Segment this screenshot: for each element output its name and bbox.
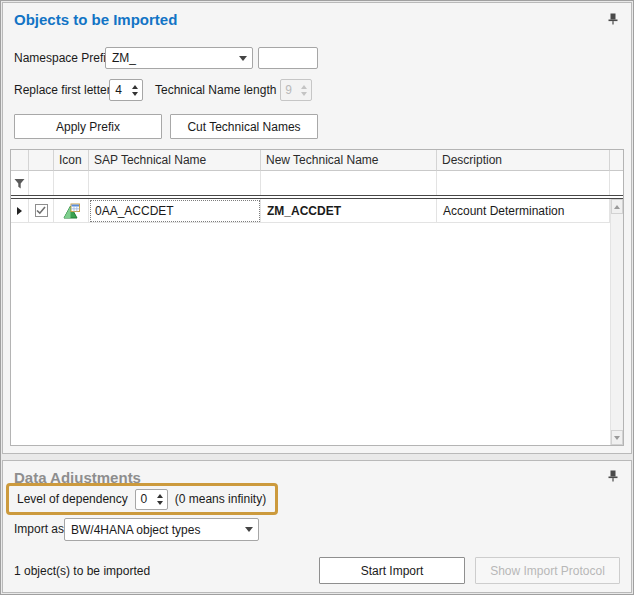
chevron-down-icon[interactable] bbox=[240, 527, 258, 532]
vertical-scrollbar[interactable] bbox=[610, 199, 623, 445]
grid-filter-row bbox=[11, 171, 623, 195]
cell-description[interactable]: Account Determination bbox=[437, 199, 610, 223]
scroll-up-button[interactable] bbox=[611, 199, 623, 214]
namespace-prefix-value: ZM_ bbox=[106, 51, 234, 65]
filter-cell[interactable] bbox=[54, 171, 89, 195]
level-of-dependency-label: Level of dependency bbox=[17, 492, 128, 506]
status-text: 1 object(s) to be imported bbox=[14, 564, 150, 578]
pin-icon[interactable] bbox=[608, 470, 618, 482]
column-header-sap-technical-name[interactable]: SAP Technical Name bbox=[89, 150, 261, 171]
cut-technical-names-button[interactable]: Cut Technical Names bbox=[170, 114, 318, 139]
column-header-checkbox[interactable] bbox=[29, 150, 54, 171]
row-indicator-icon bbox=[17, 207, 22, 215]
technical-name-length-spinner: 9 bbox=[280, 79, 312, 101]
level-of-dependency-highlight: Level of dependency 0 (0 means infinity) bbox=[6, 483, 278, 515]
namespace-suffix-input[interactable] bbox=[258, 47, 318, 69]
replace-first-letters-spinner[interactable]: 4 bbox=[109, 79, 143, 101]
column-header-description[interactable]: Description bbox=[437, 150, 610, 171]
column-header-spacer bbox=[610, 150, 623, 171]
check-icon bbox=[36, 206, 46, 215]
column-header-icon[interactable]: Icon bbox=[54, 150, 89, 171]
row-checkbox[interactable] bbox=[35, 204, 48, 217]
spin-down-icon bbox=[301, 92, 307, 96]
data-adjustments-panel: Data Adjustments Level of dependency 0 (… bbox=[2, 460, 632, 593]
objects-to-be-imported-panel: Objects to be Imported Namespace Prefix … bbox=[2, 2, 632, 454]
table-row[interactable]: 0AA_ACCDET ZM_ACCDET Account Determinati… bbox=[11, 199, 623, 223]
spin-up-icon[interactable] bbox=[132, 85, 138, 89]
spin-up-icon[interactable] bbox=[157, 494, 163, 498]
level-of-dependency-value: 0 bbox=[136, 490, 153, 509]
filter-cell[interactable] bbox=[89, 171, 261, 195]
cell-sap-technical-name[interactable]: 0AA_ACCDET bbox=[89, 199, 261, 223]
cell-new-technical-name[interactable]: ZM_ACCDET bbox=[261, 199, 437, 223]
chevron-down-icon[interactable] bbox=[234, 56, 252, 61]
bw-infoobject-icon bbox=[63, 203, 80, 219]
scroll-down-icon bbox=[614, 436, 620, 440]
apply-prefix-button[interactable]: Apply Prefix bbox=[14, 114, 162, 139]
import-as-combobox[interactable]: BW/4HANA object types bbox=[64, 518, 259, 541]
filter-cell[interactable] bbox=[29, 171, 54, 195]
objects-grid: Icon SAP Technical Name New Technical Na… bbox=[10, 149, 624, 446]
namespace-prefix-label: Namespace Prefix bbox=[14, 47, 112, 69]
column-header-new-technical-name[interactable]: New Technical Name bbox=[261, 150, 437, 171]
start-import-button[interactable]: Start Import bbox=[319, 557, 465, 584]
scroll-up-icon bbox=[614, 205, 620, 209]
import-dialog: Objects to be Imported Namespace Prefix … bbox=[0, 0, 634, 595]
spin-down-icon[interactable] bbox=[132, 92, 138, 96]
pin-icon[interactable] bbox=[608, 13, 618, 25]
technical-name-length-value: 9 bbox=[281, 80, 297, 100]
filter-cell[interactable] bbox=[261, 171, 437, 195]
spin-down-icon[interactable] bbox=[157, 501, 163, 505]
import-as-label: Import as bbox=[14, 518, 64, 540]
technical-name-length-label: Technical Name length bbox=[155, 79, 276, 101]
column-header-indicator[interactable] bbox=[11, 150, 29, 171]
grid-header-row: Icon SAP Technical Name New Technical Na… bbox=[11, 150, 623, 171]
filter-funnel-icon bbox=[14, 178, 25, 189]
level-of-dependency-hint: (0 means infinity) bbox=[175, 492, 266, 506]
spin-up-icon bbox=[301, 85, 307, 89]
replace-first-letters-label: Replace first letters bbox=[14, 79, 117, 101]
show-import-protocol-button: Show Import Protocol bbox=[475, 557, 620, 584]
namespace-prefix-combobox[interactable]: ZM_ bbox=[105, 47, 253, 69]
panel-title: Objects to be Imported bbox=[14, 11, 177, 28]
import-as-value: BW/4HANA object types bbox=[65, 523, 240, 537]
filter-cell bbox=[610, 171, 623, 195]
filter-cell[interactable] bbox=[437, 171, 610, 195]
replace-first-letters-value: 4 bbox=[110, 80, 128, 100]
level-of-dependency-spinner[interactable]: 0 bbox=[135, 489, 168, 510]
scroll-down-button[interactable] bbox=[611, 430, 623, 445]
